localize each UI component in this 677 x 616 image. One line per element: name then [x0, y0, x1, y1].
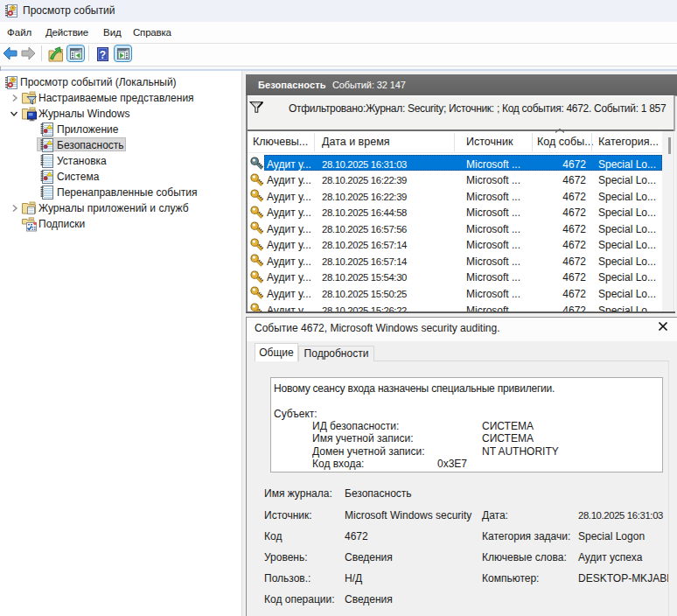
- svg-text:?: ?: [100, 49, 106, 61]
